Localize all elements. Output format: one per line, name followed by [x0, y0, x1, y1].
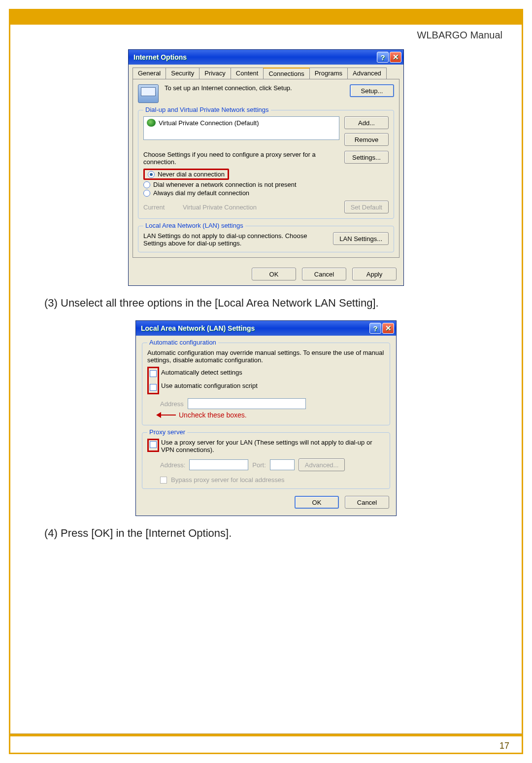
automatic-config-text: Automatic configuration may override man…: [147, 349, 385, 364]
tab-privacy[interactable]: Privacy: [199, 68, 231, 79]
radio-dial-whenever-label: Dial whenever a network connection is no…: [153, 181, 297, 188]
tab-security[interactable]: Security: [166, 68, 200, 79]
checkbox-use-script[interactable]: [150, 384, 157, 391]
radio-never-dial[interactable]: [148, 171, 155, 178]
tabs: General Security Privacy Content Connect…: [133, 68, 399, 79]
page-footer-rule: [9, 733, 523, 736]
automatic-config-title: Automatic configuration: [147, 339, 218, 346]
apply-button[interactable]: Apply: [352, 268, 397, 280]
settings-button[interactable]: Settings...: [344, 151, 389, 164]
internet-options-dialog: Internet Options ? ✕ General Security Pr…: [128, 49, 404, 286]
dialog-buttons: OK Cancel: [142, 489, 390, 510]
automatic-config-group: Automatic configuration Automatic config…: [142, 343, 390, 425]
tab-programs[interactable]: Programs: [309, 68, 348, 79]
add-button[interactable]: Add...: [344, 116, 389, 129]
address-input: [188, 398, 306, 409]
radio-dial-whenever[interactable]: [143, 181, 150, 188]
current-value: Virtual Private Connection: [183, 204, 334, 211]
remove-button[interactable]: Remove: [344, 133, 389, 146]
lan-settings-button[interactable]: LAN Settings...: [333, 232, 389, 245]
ok-button[interactable]: OK: [295, 496, 339, 509]
instruction-step-3: (3) Unselect all three options in the [L…: [44, 297, 502, 310]
page-number: 17: [499, 741, 509, 751]
connections-listbox[interactable]: Virtual Private Connection (Default): [143, 116, 339, 140]
connection-icon: [138, 84, 159, 103]
checkbox-bypass: [160, 477, 167, 484]
list-item[interactable]: Virtual Private Connection (Default): [145, 118, 338, 128]
checkbox-highlight-box: [147, 367, 159, 394]
checkbox-use-script-label: Use automatic configuration script: [161, 382, 258, 389]
titlebar: Local Area Network (LAN) Settings ? ✕: [136, 321, 396, 336]
tab-general[interactable]: General: [133, 68, 166, 79]
list-item-label: Virtual Private Connection (Default): [159, 119, 259, 127]
radio-never-label: Never dial a connection: [158, 171, 225, 178]
set-default-button: Set Default: [344, 201, 389, 213]
radio-dial-whenever-row[interactable]: Dial whenever a network connection is no…: [143, 181, 389, 188]
arrow-left-icon: [160, 415, 176, 416]
tab-advanced[interactable]: Advanced: [347, 68, 387, 79]
setup-button[interactable]: Setup...: [350, 84, 394, 97]
lan-settings-text: LAN Settings do not apply to dial-up con…: [143, 232, 328, 247]
proxy-address-label: Address:: [160, 461, 185, 469]
proxy-port-label: Port:: [252, 461, 266, 469]
choose-settings-text: Choose Settings if you need to configure…: [143, 151, 339, 166]
setup-text: To set up an Internet connection, click …: [165, 84, 344, 92]
close-button[interactable]: ✕: [390, 52, 401, 63]
checkbox-auto-detect-label: Automatically detect settings: [161, 369, 258, 376]
advanced-button: Advanced...: [299, 458, 345, 471]
help-button[interactable]: ?: [369, 323, 381, 334]
checkbox-use-proxy-label: Use a proxy server for your LAN (These s…: [161, 439, 385, 453]
dialup-vpn-group: Dial-up and Virtual Private Network sett…: [138, 110, 394, 219]
cancel-button[interactable]: Cancel: [345, 496, 389, 509]
checkbox-highlight-box-2: [147, 439, 159, 452]
uncheck-annotation: Uncheck these boxes.: [160, 411, 385, 419]
help-button[interactable]: ?: [377, 52, 389, 63]
current-label: Current: [143, 204, 173, 211]
radio-always-dial-row[interactable]: Always dial my default connection: [143, 189, 389, 197]
annotation-text: Uncheck these boxes.: [179, 411, 247, 419]
tab-content[interactable]: Content: [231, 68, 264, 79]
tab-connections[interactable]: Connections: [263, 68, 309, 79]
page-content: Internet Options ? ✕ General Security Pr…: [30, 49, 502, 551]
tab-panel-connections: To set up an Internet connection, click …: [133, 79, 399, 258]
lan-settings-group: Local Area Network (LAN) settings LAN Se…: [138, 226, 394, 252]
cancel-button[interactable]: Cancel: [302, 268, 346, 280]
lan-settings-dialog: Local Area Network (LAN) Settings ? ✕ Au…: [135, 320, 397, 516]
lan-settings-title: Local Area Network (LAN) settings: [143, 222, 245, 229]
dialog-title: Local Area Network (LAN) Settings: [141, 324, 255, 332]
titlebar: Internet Options ? ✕: [129, 50, 403, 65]
proxy-port-input: [270, 459, 295, 470]
radio-always-label: Always dial my default connection: [153, 189, 249, 197]
never-dial-highlight: Never dial a connection: [143, 169, 229, 180]
globe-icon: [147, 119, 156, 127]
checkbox-use-proxy[interactable]: [150, 441, 157, 448]
document-title: WLBARGO Manual: [417, 30, 502, 41]
checkbox-bypass-label: Bypass proxy server for local addresses: [171, 476, 284, 484]
dialup-vpn-title: Dial-up and Virtual Private Network sett…: [143, 106, 271, 113]
proxy-address-input: [189, 459, 248, 470]
proxy-server-group: Proxy server Use a proxy server for your…: [142, 432, 390, 489]
dialog-title: Internet Options: [133, 53, 187, 61]
instruction-step-4: (4) Press [OK] in the [Internet Options]…: [44, 527, 502, 540]
radio-always-dial[interactable]: [143, 190, 150, 197]
dialog-buttons: OK Cancel Apply: [129, 263, 403, 285]
ok-button[interactable]: OK: [252, 268, 296, 280]
close-button[interactable]: ✕: [382, 323, 394, 334]
address-label: Address: [160, 400, 184, 408]
checkbox-auto-detect[interactable]: [150, 370, 157, 377]
proxy-server-title: Proxy server: [147, 428, 187, 436]
